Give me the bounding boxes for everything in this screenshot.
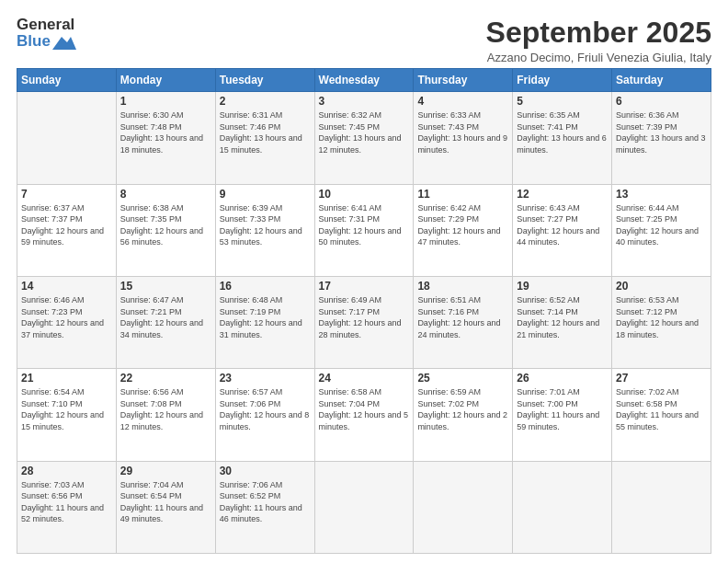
sunrise-text: Sunrise: 6:43 AM <box>517 202 608 214</box>
sunset-text: Sunset: 7:12 PM <box>616 306 707 318</box>
cell-content: Sunrise: 6:46 AM Sunset: 7:23 PM Dayligh… <box>21 294 112 340</box>
table-row: 4 Sunrise: 6:33 AM Sunset: 7:43 PM Dayli… <box>414 92 513 184</box>
cell-content: Sunrise: 6:38 AM Sunset: 7:35 PM Dayligh… <box>120 202 211 248</box>
sunrise-text: Sunrise: 7:04 AM <box>120 479 211 491</box>
day-number: 9 <box>220 188 311 201</box>
sunrise-text: Sunrise: 6:35 AM <box>517 109 608 121</box>
daylight-text: Daylight: 11 hours and 52 minutes. <box>21 502 112 525</box>
col-monday: Monday <box>116 69 215 92</box>
table-row: 2 Sunrise: 6:31 AM Sunset: 7:46 PM Dayli… <box>215 92 314 184</box>
day-number: 1 <box>120 95 211 108</box>
table-row: 7 Sunrise: 6:37 AM Sunset: 7:37 PM Dayli… <box>17 184 117 276</box>
sunset-text: Sunset: 7:31 PM <box>319 213 410 225</box>
cell-content: Sunrise: 6:41 AM Sunset: 7:31 PM Dayligh… <box>319 202 410 248</box>
col-saturday: Saturday <box>612 69 711 92</box>
sunset-text: Sunset: 7:04 PM <box>319 398 410 410</box>
sunrise-text: Sunrise: 6:38 AM <box>120 202 211 214</box>
sunrise-text: Sunrise: 7:02 AM <box>616 386 707 398</box>
table-row <box>314 461 414 553</box>
logo-blue: Blue <box>17 33 51 50</box>
sunrise-text: Sunrise: 6:41 AM <box>319 202 410 214</box>
daylight-text: Daylight: 13 hours and 9 minutes. <box>417 132 508 155</box>
sunrise-text: Sunrise: 6:51 AM <box>417 294 508 306</box>
table-row: 20 Sunrise: 6:53 AM Sunset: 7:12 PM Dayl… <box>612 276 711 368</box>
cell-content: Sunrise: 6:39 AM Sunset: 7:33 PM Dayligh… <box>220 202 311 248</box>
day-number: 22 <box>120 372 211 385</box>
cell-content: Sunrise: 6:43 AM Sunset: 7:27 PM Dayligh… <box>517 202 608 248</box>
daylight-text: Daylight: 12 hours and 2 minutes. <box>417 409 508 432</box>
svg-marker-0 <box>52 37 76 50</box>
sunrise-text: Sunrise: 7:03 AM <box>21 479 112 491</box>
day-number: 10 <box>319 188 410 201</box>
table-row: 29 Sunrise: 7:04 AM Sunset: 6:54 PM Dayl… <box>116 461 215 553</box>
sunset-text: Sunset: 7:41 PM <box>517 121 608 133</box>
sunrise-text: Sunrise: 7:06 AM <box>220 479 311 491</box>
table-row: 21 Sunrise: 6:54 AM Sunset: 7:10 PM Dayl… <box>17 369 117 461</box>
cell-content: Sunrise: 6:37 AM Sunset: 7:37 PM Dayligh… <box>21 202 112 248</box>
table-row: 3 Sunrise: 6:32 AM Sunset: 7:45 PM Dayli… <box>314 92 414 184</box>
sunset-text: Sunset: 7:29 PM <box>417 213 508 225</box>
table-row: 28 Sunrise: 7:03 AM Sunset: 6:56 PM Dayl… <box>17 461 117 553</box>
col-friday: Friday <box>513 69 612 92</box>
daylight-text: Daylight: 11 hours and 59 minutes. <box>517 409 608 432</box>
daylight-text: Daylight: 12 hours and 53 minutes. <box>220 225 311 248</box>
cell-content: Sunrise: 6:42 AM Sunset: 7:29 PM Dayligh… <box>417 202 508 248</box>
table-row <box>17 92 117 184</box>
cell-content: Sunrise: 6:59 AM Sunset: 7:02 PM Dayligh… <box>417 386 508 432</box>
daylight-text: Daylight: 12 hours and 50 minutes. <box>319 225 410 248</box>
day-number: 14 <box>21 280 112 293</box>
sunrise-text: Sunrise: 6:44 AM <box>616 202 707 214</box>
day-number: 12 <box>517 188 608 201</box>
day-number: 17 <box>319 280 410 293</box>
day-number: 25 <box>417 372 508 385</box>
col-tuesday: Tuesday <box>215 69 314 92</box>
sunset-text: Sunset: 7:00 PM <box>517 398 608 410</box>
day-number: 8 <box>120 188 211 201</box>
day-number: 3 <box>319 95 410 108</box>
col-thursday: Thursday <box>414 69 513 92</box>
sunset-text: Sunset: 7:37 PM <box>21 213 112 225</box>
day-number: 18 <box>417 280 508 293</box>
cell-content: Sunrise: 6:58 AM Sunset: 7:04 PM Dayligh… <box>319 386 410 432</box>
daylight-text: Daylight: 12 hours and 47 minutes. <box>417 225 508 248</box>
sunset-text: Sunset: 6:54 PM <box>120 490 211 502</box>
daylight-text: Daylight: 12 hours and 21 minutes. <box>517 317 608 340</box>
cell-content: Sunrise: 6:35 AM Sunset: 7:41 PM Dayligh… <box>517 109 608 155</box>
sunset-text: Sunset: 7:27 PM <box>517 213 608 225</box>
sunrise-text: Sunrise: 6:32 AM <box>319 109 410 121</box>
sunset-text: Sunset: 7:02 PM <box>417 398 508 410</box>
table-row: 12 Sunrise: 6:43 AM Sunset: 7:27 PM Dayl… <box>513 184 612 276</box>
sunset-text: Sunset: 7:08 PM <box>120 398 211 410</box>
calendar-week-row: 1 Sunrise: 6:30 AM Sunset: 7:48 PM Dayli… <box>17 92 711 184</box>
table-row: 30 Sunrise: 7:06 AM Sunset: 6:52 PM Dayl… <box>215 461 314 553</box>
subtitle: Azzano Decimo, Friuli Venezia Giulia, It… <box>486 51 711 64</box>
sunrise-text: Sunrise: 6:59 AM <box>417 386 508 398</box>
sunrise-text: Sunrise: 6:57 AM <box>220 386 311 398</box>
table-row: 24 Sunrise: 6:58 AM Sunset: 7:04 PM Dayl… <box>314 369 414 461</box>
daylight-text: Daylight: 12 hours and 8 minutes. <box>220 409 311 432</box>
sunset-text: Sunset: 7:35 PM <box>120 213 211 225</box>
sunset-text: Sunset: 7:43 PM <box>417 121 508 133</box>
sunrise-text: Sunrise: 6:37 AM <box>21 202 112 214</box>
daylight-text: Daylight: 12 hours and 12 minutes. <box>120 409 211 432</box>
cell-content: Sunrise: 6:52 AM Sunset: 7:14 PM Dayligh… <box>517 294 608 340</box>
sunrise-text: Sunrise: 6:58 AM <box>319 386 410 398</box>
daylight-text: Daylight: 12 hours and 44 minutes. <box>517 225 608 248</box>
daylight-text: Daylight: 12 hours and 15 minutes. <box>21 409 112 432</box>
table-row: 6 Sunrise: 6:36 AM Sunset: 7:39 PM Dayli… <box>612 92 711 184</box>
day-number: 16 <box>220 280 311 293</box>
calendar-header-row: Sunday Monday Tuesday Wednesday Thursday… <box>17 69 711 92</box>
sunset-text: Sunset: 7:10 PM <box>21 398 112 410</box>
cell-content: Sunrise: 6:57 AM Sunset: 7:06 PM Dayligh… <box>220 386 311 432</box>
logo: General Blue <box>17 17 76 50</box>
daylight-text: Daylight: 11 hours and 55 minutes. <box>616 409 707 432</box>
page: General Blue September 2025 Azzano Decim… <box>0 0 728 563</box>
table-row: 1 Sunrise: 6:30 AM Sunset: 7:48 PM Dayli… <box>116 92 215 184</box>
sunrise-text: Sunrise: 7:01 AM <box>517 386 608 398</box>
calendar-week-row: 7 Sunrise: 6:37 AM Sunset: 7:37 PM Dayli… <box>17 184 711 276</box>
day-number: 11 <box>417 188 508 201</box>
day-number: 5 <box>517 95 608 108</box>
table-row <box>612 461 711 553</box>
day-number: 23 <box>220 372 311 385</box>
sunrise-text: Sunrise: 6:48 AM <box>220 294 311 306</box>
